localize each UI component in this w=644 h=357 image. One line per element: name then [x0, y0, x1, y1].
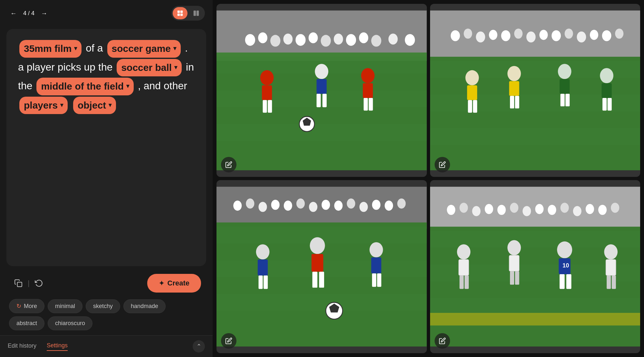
style-abstract-button[interactable]: abstract — [9, 316, 44, 330]
image-cell-3 — [216, 180, 427, 353]
copy-icon — [14, 279, 23, 287]
create-button[interactable]: ✦ Create — [147, 274, 201, 293]
svg-rect-28 — [262, 85, 272, 100]
separator: | — [26, 279, 31, 287]
split-view-button[interactable] — [189, 7, 204, 19]
chip-soccer-ball-chevron: ▾ — [174, 63, 177, 72]
svg-point-100 — [256, 244, 270, 259]
svg-point-51 — [514, 29, 523, 39]
chip-soccer-ball[interactable]: soccer ball ▾ — [117, 59, 182, 77]
image-4-edit-button[interactable] — [435, 333, 450, 349]
svg-point-126 — [585, 204, 594, 214]
svg-point-117 — [472, 206, 480, 216]
chip-middle[interactable]: middle of the field ▾ — [36, 78, 134, 95]
svg-point-72 — [600, 68, 613, 83]
svg-point-125 — [573, 206, 581, 216]
refresh-icon — [35, 279, 43, 287]
svg-point-85 — [271, 200, 280, 210]
svg-rect-65 — [509, 81, 519, 96]
image-2-edit-button[interactable] — [435, 157, 450, 172]
svg-point-143 — [604, 244, 618, 259]
svg-rect-105 — [371, 257, 381, 274]
prompt-area: 35mm film ▾ of a soccer game ▾ . a playe… — [6, 29, 206, 266]
svg-rect-129 — [430, 313, 640, 325]
svg-rect-97 — [312, 254, 323, 272]
style-minimal-label: minimal — [55, 303, 75, 310]
tab-edit-history[interactable]: Edit history — [8, 343, 36, 351]
expand-icon: ⌃ — [197, 343, 201, 350]
create-label: Create — [168, 279, 189, 287]
svg-point-104 — [370, 242, 383, 257]
star-icon: ✦ — [159, 279, 164, 287]
svg-rect-3 — [180, 14, 183, 16]
more-styles-button[interactable]: ↻ More — [9, 299, 44, 313]
svg-point-35 — [361, 68, 375, 83]
svg-point-118 — [485, 204, 493, 214]
icon-group: | — [12, 276, 46, 290]
back-arrow-button[interactable]: ← — [8, 8, 19, 18]
style-handmade-label: handmade — [131, 303, 158, 310]
style-sketchy-button[interactable]: sketchy — [86, 299, 120, 313]
svg-rect-136 — [510, 271, 514, 285]
svg-rect-74 — [602, 98, 607, 111]
svg-rect-61 — [467, 85, 477, 100]
svg-rect-81 — [216, 294, 427, 311]
svg-rect-73 — [601, 83, 611, 98]
svg-point-22 — [346, 34, 356, 46]
style-handmade-button[interactable]: handmade — [123, 299, 166, 313]
chip-film[interactable]: 35mm film ▾ — [19, 40, 82, 58]
svg-point-90 — [334, 201, 342, 211]
chip-object[interactable]: object ▾ — [73, 97, 116, 114]
chip-middle-chevron: ▾ — [126, 82, 129, 91]
chip-players-chevron: ▾ — [60, 101, 63, 110]
svg-point-58 — [602, 30, 611, 41]
svg-point-55 — [564, 29, 573, 39]
svg-point-25 — [389, 34, 398, 44]
chip-players[interactable]: players ▾ — [19, 97, 68, 114]
svg-point-49 — [489, 30, 497, 40]
svg-rect-38 — [369, 98, 373, 111]
svg-point-21 — [334, 34, 343, 44]
expand-button[interactable]: ⌃ — [193, 340, 205, 352]
svg-point-128 — [611, 203, 619, 213]
svg-rect-36 — [363, 83, 373, 98]
left-panel: ← 4 / 4 → 35m — [0, 0, 213, 357]
svg-rect-70 — [560, 94, 564, 106]
refresh-button[interactable] — [32, 276, 46, 290]
svg-point-130 — [457, 244, 470, 259]
svg-rect-5 — [197, 11, 199, 16]
style-abstract-label: abstract — [16, 320, 37, 327]
svg-rect-99 — [319, 272, 324, 288]
svg-rect-144 — [606, 259, 616, 275]
svg-point-95 — [397, 198, 406, 208]
tab-settings[interactable]: Settings — [47, 342, 68, 351]
chip-soccer-game[interactable]: soccer game ▾ — [107, 40, 181, 58]
svg-point-18 — [295, 34, 305, 46]
svg-point-83 — [246, 198, 254, 208]
image-3-edit-button[interactable] — [221, 333, 236, 349]
style-minimal-button[interactable]: minimal — [48, 299, 82, 313]
svg-point-19 — [309, 32, 318, 43]
svg-rect-106 — [372, 273, 376, 287]
svg-point-92 — [360, 202, 368, 212]
svg-rect-131 — [458, 259, 468, 275]
svg-point-23 — [359, 32, 368, 43]
svg-point-116 — [459, 203, 468, 213]
image-1-edit-button[interactable] — [221, 157, 236, 172]
svg-rect-30 — [268, 100, 272, 113]
svg-point-59 — [615, 29, 623, 39]
svg-rect-13 — [216, 124, 427, 141]
svg-rect-34 — [322, 94, 327, 107]
svg-point-47 — [464, 29, 472, 39]
svg-point-27 — [260, 70, 274, 85]
svg-point-31 — [315, 64, 328, 79]
style-chiaroscuro-button[interactable]: chiaroscuro — [48, 316, 92, 330]
copy-button[interactable] — [12, 276, 25, 290]
page-counter: 4 / 4 — [23, 10, 34, 17]
svg-rect-37 — [364, 98, 368, 111]
svg-point-16 — [270, 35, 280, 47]
grid-view-button[interactable] — [173, 7, 187, 19]
svg-point-119 — [497, 205, 505, 215]
forward-arrow-button[interactable]: → — [38, 8, 50, 18]
svg-rect-71 — [565, 94, 570, 106]
